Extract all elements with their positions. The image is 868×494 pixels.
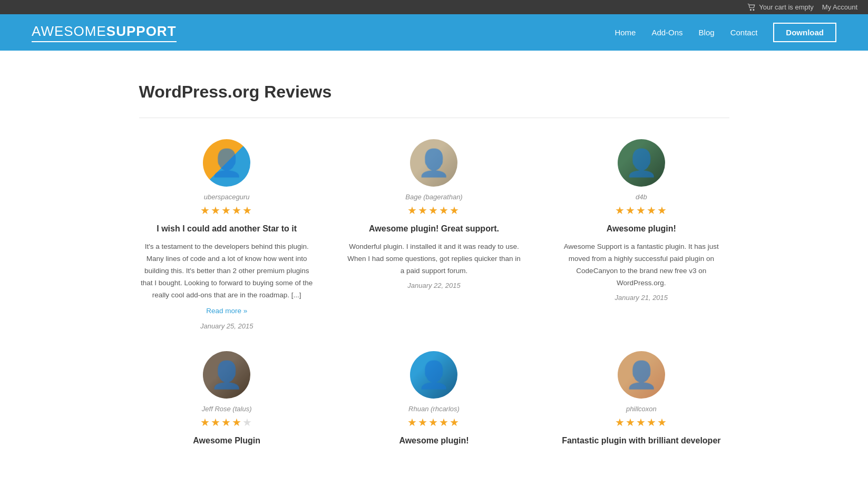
reviews-grid: 👤 uberspaceguru ★★★★★ I wish I could add… <box>139 139 729 453</box>
cart-text: Your cart is empty <box>759 3 814 11</box>
nav-home[interactable]: Home <box>615 28 636 37</box>
review-card-1: 👤 uberspaceguru ★★★★★ I wish I could add… <box>139 139 315 330</box>
reviewer-name-2: Bage (bagerathan) <box>346 193 522 201</box>
nav-addons[interactable]: Add-Ons <box>651 28 682 37</box>
review-title-4: Awesome Plugin <box>139 435 315 447</box>
reviewer-name-5: Rhuan (rhcarlos) <box>346 405 522 413</box>
cart-info: Your cart is empty <box>747 3 814 11</box>
avatar-silhouette-6: 👤 <box>625 362 658 388</box>
cart-icon <box>747 4 756 11</box>
top-bar: Your cart is empty My Account <box>0 0 868 14</box>
section-divider <box>139 118 729 118</box>
site-logo[interactable]: AWESOMESUPPORT <box>32 23 177 42</box>
page-title: WordPress.org Reviews <box>139 82 729 102</box>
avatar-6: 👤 <box>618 351 665 399</box>
review-title-5: Awesome plugin! <box>346 435 522 447</box>
review-title-1: I wish I could add another Star to it <box>139 223 315 235</box>
avatar-5: 👤 <box>410 351 457 399</box>
download-button[interactable]: Download <box>773 23 836 42</box>
review-title-2: Awesome plugin! Great support. <box>346 223 522 235</box>
main-content: WordPress.org Reviews 👤 uberspaceguru ★★… <box>118 51 750 474</box>
svg-point-0 <box>750 9 752 11</box>
nav-contact[interactable]: Contact <box>730 28 758 37</box>
stars-2: ★★★★★ <box>346 204 522 217</box>
my-account-link[interactable]: My Account <box>822 3 857 11</box>
stars-6: ★★★★★ <box>553 416 729 429</box>
review-date-3: January 21, 2015 <box>553 294 729 302</box>
avatar-silhouette-3: 👤 <box>625 150 658 176</box>
review-card-4: 👤 Jeff Rose (talus) ★★★★★ Awesome Plugin <box>139 351 315 453</box>
review-text-1: It's a testament to the developers behin… <box>139 241 315 302</box>
review-card-5: 👤 Rhuan (rhcarlos) ★★★★★ Awesome plugin! <box>346 351 522 453</box>
nav-blog[interactable]: Blog <box>699 28 715 37</box>
site-nav: Home Add-Ons Blog Contact Download <box>615 23 836 42</box>
reviewer-name-3: d4b <box>553 193 729 201</box>
stars-1: ★★★★★ <box>139 204 315 217</box>
stars-5: ★★★★★ <box>346 416 522 429</box>
review-date-1: January 25, 2015 <box>139 322 315 330</box>
read-more-1[interactable]: Read more » <box>206 307 247 315</box>
avatar-4: 👤 <box>203 351 250 399</box>
reviewer-name-4: Jeff Rose (talus) <box>139 405 315 413</box>
avatar-1: 👤 <box>203 139 250 187</box>
review-date-2: January 22, 2015 <box>346 282 522 289</box>
reviewer-name-1: uberspaceguru <box>139 193 315 201</box>
review-title-3: Awesome plugin! <box>553 223 729 235</box>
review-card-6: 👤 phillcoxon ★★★★★ Fantastic plugin with… <box>553 351 729 453</box>
stars-3: ★★★★★ <box>553 204 729 217</box>
logo-text: AWESOMESUPPORT <box>32 23 177 40</box>
review-text-2: Wonderful plugin. I installed it and it … <box>346 241 522 277</box>
review-card-3: 👤 d4b ★★★★★ Awesome plugin! Awesome Supp… <box>553 139 729 330</box>
stars-4: ★★★★★ <box>139 416 315 429</box>
logo-underline <box>32 41 177 42</box>
avatar-silhouette-5: 👤 <box>417 362 450 388</box>
review-card-2: 👤 Bage (bagerathan) ★★★★★ Awesome plugin… <box>346 139 522 330</box>
avatar-silhouette-1: 👤 <box>210 150 243 176</box>
avatar-silhouette-4: 👤 <box>210 362 243 388</box>
logo-bold: SUPPORT <box>106 23 177 39</box>
reviewer-name-6: phillcoxon <box>553 405 729 413</box>
svg-point-1 <box>753 9 755 11</box>
avatar-3: 👤 <box>618 139 665 187</box>
avatar-silhouette-2: 👤 <box>417 150 450 176</box>
review-text-3: Awesome Support is a fantastic plugin. I… <box>553 241 729 289</box>
avatar-2: 👤 <box>410 139 457 187</box>
site-header: AWESOMESUPPORT Home Add-Ons Blog Contact… <box>0 14 868 51</box>
review-title-6: Fantastic plugin with brilliant develope… <box>553 435 729 447</box>
logo-regular: AWESOME <box>32 23 106 39</box>
